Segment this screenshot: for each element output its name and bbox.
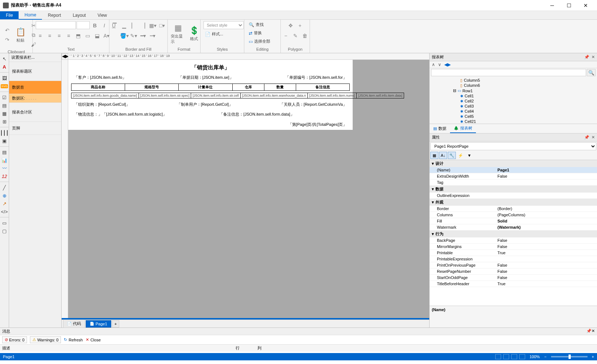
horizontal-ruler[interactable]: ' ' 1 ' 2 ' 3 ' 4 ' 5 ' 6 ' 7 ' 8 ' 9 ' … — [68, 53, 429, 60]
view-mode-1-button[interactable] — [495, 354, 501, 359]
format-button[interactable]: 💲格式 — [187, 23, 201, 45]
tree-search-input[interactable] — [431, 69, 586, 76]
menu-layout[interactable]: Layout — [67, 11, 92, 19]
tree-up-icon[interactable]: ∧ — [432, 62, 435, 67]
prop-startodd[interactable]: StartOnOddPage — [430, 275, 495, 280]
prop-border[interactable]: Border — [430, 206, 495, 212]
prop-backpage[interactable]: BackPage — [430, 237, 495, 243]
poly-remove-button[interactable]: − — [282, 31, 290, 40]
vertical-ruler[interactable] — [62, 60, 68, 318]
zoom-out-button[interactable]: − — [544, 355, 546, 359]
field-customer[interactable]: 「客户：[JSON.item.sell.fo」 — [74, 75, 126, 80]
props-actions-button[interactable]: ⚡ — [457, 152, 465, 159]
replace-button[interactable]: ⇄替换 — [247, 30, 263, 36]
messages-pin-icon[interactable]: 📌 — [586, 329, 592, 333]
view-mode-4-button[interactable] — [519, 354, 525, 359]
poly-delete-button[interactable]: 🗑 — [301, 31, 309, 40]
tree-close-icon[interactable]: ✕ — [592, 55, 595, 59]
msg-close-button[interactable]: ✕Close — [86, 337, 101, 342]
tree-down-icon[interactable]: ∨ — [438, 62, 441, 67]
cellular-tool[interactable]: ▤ — [0, 148, 9, 156]
field-org[interactable]: 「组织架构：[Report.GetCol]」 — [74, 102, 130, 107]
pointer-tool[interactable]: ↖ — [0, 55, 9, 63]
prop-printable[interactable]: Printable — [430, 250, 495, 256]
props-alphabetical-button[interactable]: A↓ — [439, 152, 447, 159]
close-button[interactable]: ✕ — [577, 0, 594, 11]
find-button[interactable]: 🔍查找 — [247, 21, 265, 28]
font-size-input[interactable] — [77, 21, 90, 29]
richtext-tool[interactable]: ▤ — [0, 101, 9, 109]
panel-tab-tree[interactable]: 🌲报表树 — [450, 124, 476, 133]
tab-add[interactable]: + — [112, 320, 119, 328]
band-report-summary[interactable]: 报表合计区 — [9, 103, 61, 122]
prop-outline[interactable]: OutlineExpression — [430, 193, 495, 198]
warnings-button[interactable]: ⚠Warnings: 0 — [30, 336, 61, 343]
th-warehouse[interactable]: 仓库 — [232, 84, 264, 91]
field-maker[interactable]: 「制单用户：[Report.GetCol]」 — [177, 102, 233, 107]
props-events-button[interactable]: 🔧 — [448, 152, 456, 159]
tree-cell2[interactable]: Cell2 — [465, 99, 474, 103]
props-pin-icon[interactable]: 📌 — [584, 135, 589, 140]
valign-bottom-button[interactable]: ⬓ — [93, 31, 101, 40]
band-page-footer[interactable]: 页脚 — [9, 122, 61, 135]
field-logistic[interactable]: 「物流信息：」「[JSON.item.sell.form.str.logisti… — [74, 112, 167, 117]
container-tool[interactable]: ▢ — [0, 227, 9, 235]
svg-tool[interactable]: SVG — [0, 82, 9, 90]
sparkline-tool[interactable]: 〰 — [0, 164, 9, 172]
td-unit[interactable]: [JSON.item.sell.info.item.str.cell — [191, 93, 241, 98]
minimize-button[interactable]: ─ — [544, 0, 561, 11]
valign-top-button[interactable]: ⬒ — [74, 31, 82, 40]
tree-column5[interactable]: Column5 — [464, 78, 480, 82]
text-tool[interactable]: A — [0, 63, 9, 71]
th-spec[interactable]: 规格型号 — [125, 84, 179, 91]
zoom-in-button[interactable]: + — [592, 355, 594, 359]
messages-close-icon[interactable]: ✕ — [592, 329, 595, 333]
properties-grid[interactable]: ▾设计 (Name)Page1 ExtraDesignWidthFalse Ta… — [430, 160, 597, 306]
prop-fill[interactable]: Fill — [430, 218, 495, 224]
prop-resetpage[interactable]: ResetPageNumber — [430, 268, 495, 274]
poly-add-button[interactable]: + — [296, 21, 305, 30]
field-related[interactable]: 「关联人员：[Report.GetColumnVa」 — [280, 102, 347, 107]
panel-tab-data[interactable]: ▤数据 — [430, 124, 450, 133]
style-select[interactable]: Select style — [203, 21, 244, 29]
report-title[interactable]: 销货出库单 — [197, 64, 224, 70]
poly-move-button[interactable]: ✥ — [286, 21, 295, 30]
gauge-tool[interactable]: 12 — [0, 172, 9, 180]
tree-cell3[interactable]: Cell3 — [465, 104, 474, 108]
report-header-table[interactable]: 商品名称 规格型号 计量单位 仓库 数量 备注信息 — [71, 84, 350, 91]
border-top-button[interactable]: ▔ — [111, 21, 119, 30]
expand-icon[interactable]: ▾ — [432, 161, 434, 166]
prop-printprev[interactable]: PrintOnPreviousPage — [430, 262, 495, 268]
border-left-button[interactable]: ▏ — [129, 21, 138, 30]
line-width-button[interactable]: ━▾ — [139, 31, 148, 40]
menu-report[interactable]: Report — [42, 11, 67, 19]
table-tool[interactable]: ▦ — [0, 109, 9, 117]
tree-cell21[interactable]: Cell21 — [465, 119, 476, 124]
menu-file[interactable]: File — [0, 11, 19, 19]
align-center-button[interactable]: ≡ — [45, 31, 54, 40]
band-data[interactable]: 数据区: . . . . . — [9, 94, 61, 103]
highlight-button[interactable]: ▦突出显示 — [171, 23, 185, 45]
valign-middle-button[interactable]: ▭ — [83, 31, 92, 40]
tab-code[interactable]: 📄代码 — [63, 320, 85, 328]
qrcode-tool[interactable]: ▣ — [0, 137, 9, 145]
tree-body[interactable]: ▯Column5 ▯Column6 ⊟▭Row1 ✱Cell1 ✱Cell2 ✱… — [430, 77, 597, 124]
prop-columns[interactable]: Columns — [430, 212, 495, 218]
expand-icon[interactable]: ▾ — [432, 200, 434, 205]
prop-mirror[interactable]: MirrorMargins — [430, 244, 495, 249]
maximize-button[interactable]: ☐ — [561, 0, 577, 11]
border-bottom-button[interactable]: ▁ — [120, 21, 129, 30]
td-spec[interactable]: [JSON.item.sell.info.item.str.spec] — [139, 93, 191, 98]
chart-tool[interactable]: 📊 — [0, 156, 9, 164]
image-tool[interactable]: 🖼 — [0, 74, 9, 82]
prop-printexpr[interactable]: PrintableExpression — [430, 256, 495, 262]
paste-button[interactable]: 📋粘贴 — [13, 24, 28, 46]
bands-header[interactable]: 设置报表栏... — [9, 53, 61, 62]
bold-button[interactable]: B — [90, 21, 99, 30]
prop-name[interactable]: (Name) — [430, 167, 495, 173]
barcode-tool[interactable]: ┃┃┃ — [0, 129, 9, 137]
tree-column6[interactable]: Column6 — [464, 83, 480, 88]
tree-cell1[interactable]: Cell1 — [465, 94, 474, 98]
shape-tool[interactable]: ⊕ — [0, 191, 9, 200]
line-color-button[interactable]: ✎▾ — [129, 31, 138, 40]
